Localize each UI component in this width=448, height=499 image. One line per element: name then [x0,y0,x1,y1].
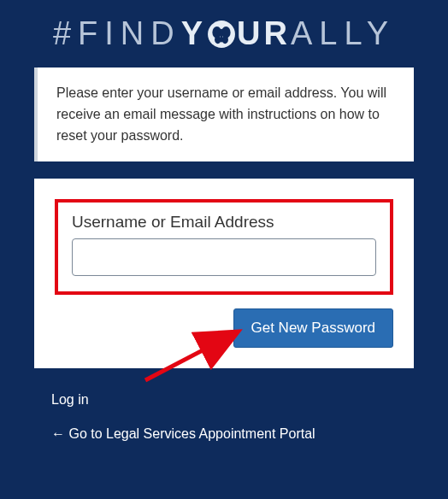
site-logo: # FIND Y UR ALLY [0,0,448,61]
get-new-password-button[interactable]: Get New Password [233,308,394,348]
footer-links: Log in ← Go to Legal Services Appointmen… [51,392,397,442]
username-field-highlight: Username or Email Address [55,199,393,295]
logo-word-your-ur: UR [237,15,291,52]
reset-password-form: Username or Email Address Get New Passwo… [34,179,414,368]
logo-word-your-y: Y [181,15,206,52]
svg-rect-5 [221,28,222,42]
logo-word-ally: ALLY [291,15,395,52]
svg-point-4 [222,35,228,44]
logo-hash: # [53,15,78,52]
back-to-site-link[interactable]: ← Go to Legal Services Appointment Porta… [51,426,397,442]
login-link[interactable]: Log in [51,392,397,408]
username-input[interactable] [72,238,376,276]
instruction-message: Please enter your username or email addr… [34,68,414,161]
svg-point-3 [215,35,221,44]
logo-word-find: FIND [78,15,181,52]
butterfly-icon [206,20,237,49]
username-label: Username or Email Address [72,213,376,232]
